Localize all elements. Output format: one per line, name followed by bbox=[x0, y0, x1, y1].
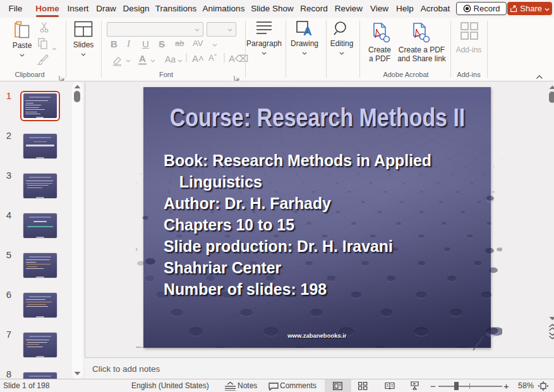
svg-text:A: A bbox=[303, 25, 312, 37]
